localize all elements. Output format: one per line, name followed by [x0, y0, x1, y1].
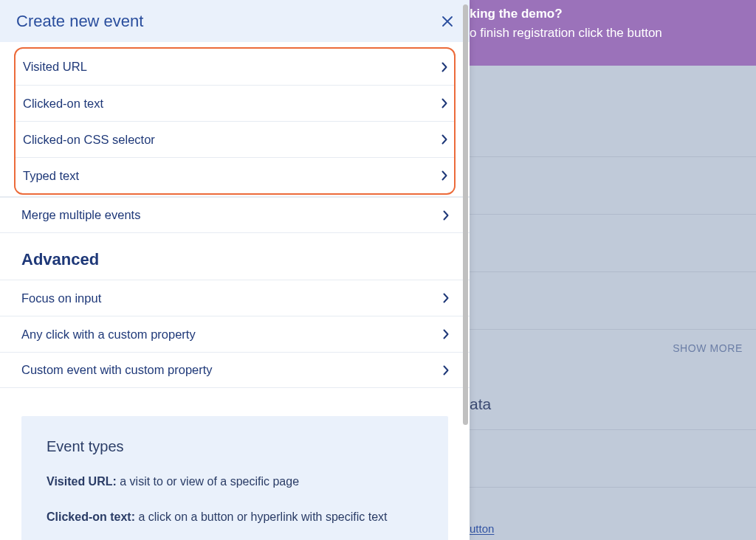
divider [470, 429, 756, 430]
info-desc: a click on a button or hyperlink with sp… [135, 510, 388, 523]
chevron-right-icon [441, 170, 447, 181]
divider [470, 271, 756, 272]
info-entry: Clicked-on text: a click on a button or … [47, 508, 423, 526]
chevron-right-icon [443, 329, 449, 339]
event-option-clicked-css[interactable]: Clicked-on CSS selector [16, 121, 454, 157]
chevron-right-icon [441, 134, 447, 145]
list-item-label: Clicked-on CSS selector [23, 133, 155, 147]
show-more-button[interactable]: SHOW MORE [673, 342, 743, 354]
chevron-right-icon [441, 62, 447, 72]
divider [470, 156, 756, 157]
list-item-label: Clicked-on text [23, 97, 103, 111]
event-option-custom-event[interactable]: Custom event with custom property [0, 352, 470, 388]
section-title-data: ata [470, 395, 491, 413]
banner-line2: o finish registration click the button [470, 24, 756, 43]
event-option-any-click-custom[interactable]: Any click with a custom property [0, 316, 470, 352]
advanced-heading: Advanced [0, 233, 470, 280]
close-icon[interactable] [441, 15, 453, 27]
list-item-label: Merge multiple events [21, 208, 140, 222]
info-desc: a visit to or view of a specific page [117, 475, 299, 488]
info-heading: Event types [47, 438, 423, 455]
event-option-merge[interactable]: Merge multiple events [0, 197, 470, 233]
create-event-panel: Create new event Visited URL Clicked-on … [0, 0, 470, 540]
event-option-clicked-text[interactable]: Clicked-on text [16, 85, 454, 121]
event-types-info: Event types Visited URL: a visit to or v… [21, 416, 448, 540]
link-partial[interactable]: utton [470, 522, 494, 535]
info-entry: Visited URL: a visit to or view of a spe… [47, 473, 423, 491]
info-term: Clicked-on text: [47, 510, 135, 523]
list-item-label: Custom event with custom property [21, 363, 213, 377]
highlighted-event-types: Visited URL Clicked-on text Clicked-on C… [14, 47, 456, 195]
list-item-label: Any click with a custom property [21, 328, 196, 342]
event-option-visited-url[interactable]: Visited URL [16, 49, 454, 85]
divider [470, 487, 756, 488]
info-term: Visited URL: [47, 475, 117, 488]
scrollbar-thumb[interactable] [463, 4, 468, 425]
list-item-label: Visited URL [23, 60, 87, 74]
panel-scroll-area[interactable]: Visited URL Clicked-on text Clicked-on C… [0, 42, 470, 540]
divider [470, 214, 756, 215]
panel-title: Create new event [16, 12, 143, 31]
list-item-label: Focus on input [21, 291, 101, 305]
event-option-typed-text[interactable]: Typed text [16, 157, 454, 193]
banner-line1: king the demo? [470, 4, 756, 24]
merge-section: Merge multiple events [0, 197, 470, 233]
list-item-label: Typed text [23, 169, 79, 183]
chevron-right-icon [443, 293, 449, 303]
chevron-right-icon [443, 210, 449, 221]
divider [470, 329, 756, 330]
chevron-right-icon [443, 365, 449, 375]
event-option-focus-input[interactable]: Focus on input [0, 280, 470, 316]
chevron-right-icon [441, 98, 447, 108]
advanced-section: Focus on input Any click with a custom p… [0, 280, 470, 388]
panel-header: Create new event [0, 0, 470, 42]
